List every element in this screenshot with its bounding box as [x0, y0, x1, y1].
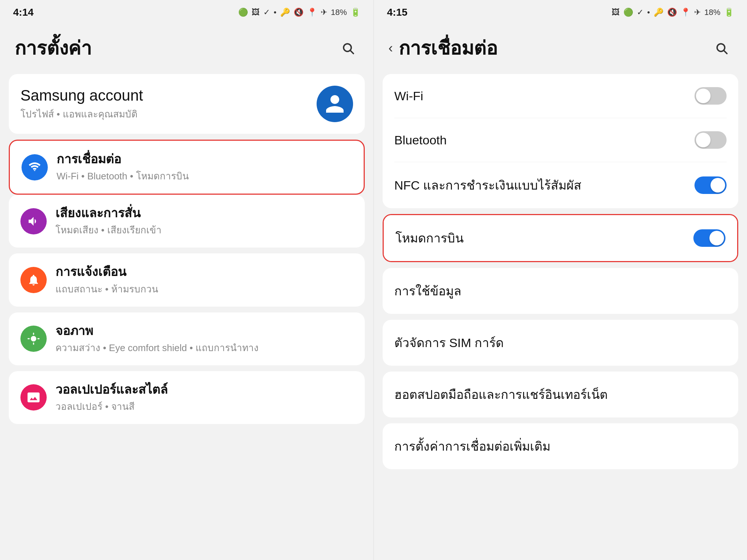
wifi-label: Wi-Fi	[394, 89, 423, 103]
r-lock-icon: 🔑	[654, 8, 663, 17]
right-panel: 4:15 🖼 🟢 ✓ • 🔑 🔇 📍 ✈ 18% 🔋 ‹ การเชื่อมต่…	[374, 0, 747, 560]
left-page-title: การตั้งค่า	[15, 33, 92, 63]
data-usage-item[interactable]: การใช้ข้อมูล	[383, 268, 738, 314]
svg-line-3	[724, 50, 727, 53]
r-check-icon: ✓	[637, 8, 643, 17]
r-battery-icon: 🔋	[724, 8, 734, 17]
nfc-toggle-knob	[711, 178, 725, 192]
display-title: จอภาพ	[55, 323, 353, 339]
right-status-icons: 🖼 🟢 ✓ • 🔑 🔇 📍 ✈ 18% 🔋	[612, 8, 734, 17]
more-connection-card[interactable]: การตั้งค่าการเชื่อมต่อเพิ่มเติม	[383, 423, 738, 469]
connections-item[interactable]: การเชื่อมต่อ Wi-Fi • Bluetooth • โหมดการ…	[9, 140, 365, 195]
bluetooth-toggle[interactable]	[694, 131, 727, 149]
wallpaper-item[interactable]: วอลเปเปอร์และสไตล์ วอลเปเปอร์ • จานสี	[9, 371, 365, 424]
more-connection-item[interactable]: การตั้งค่าการเชื่อมต่อเพิ่มเติม	[383, 423, 738, 469]
sounds-title: เสียงและการสั่น	[55, 205, 353, 221]
connections-text: การเชื่อมต่อ Wi-Fi • Bluetooth • โหมดการ…	[57, 151, 352, 183]
bluetooth-item[interactable]: Bluetooth	[383, 118, 738, 162]
wifi-toggle-knob	[696, 89, 711, 103]
sim-manager-label: ตัวจัดการ SIM การ์ด	[394, 333, 504, 353]
connections-subtitle: Wi-Fi • Bluetooth • โหมดการบิน	[57, 168, 352, 183]
samsung-account-title: Samsung account	[20, 87, 143, 104]
check-icon: ✓	[263, 8, 270, 17]
bluetooth-toggle-knob	[696, 133, 711, 147]
display-icon	[20, 326, 47, 352]
samsung-account-text: Samsung account โปรไฟส์ • แอพและคุณสมบัต…	[20, 87, 143, 121]
wallpaper-title: วอลเปเปอร์และสไตล์	[55, 381, 353, 397]
lock-icon: 🔑	[280, 8, 290, 17]
airplane-icon: ✈	[321, 8, 327, 17]
wifi-toggle[interactable]	[694, 87, 727, 105]
top-connections-card: Wi-Fi Bluetooth NFC และการชำระเงินแบบไร้…	[383, 74, 738, 208]
location-icon: 📍	[307, 8, 317, 17]
back-button[interactable]: ‹	[388, 40, 393, 56]
left-status-bar: 4:14 🟢 🖼 ✓ • 🔑 🔇 📍 ✈ 18% 🔋	[0, 0, 374, 22]
connections-title: การเชื่อมต่อ	[57, 151, 352, 167]
left-search-button[interactable]	[337, 37, 359, 59]
nfc-toggle[interactable]	[694, 176, 727, 194]
airplane-label: โหมดการบิน	[395, 228, 464, 248]
left-time: 4:14	[13, 7, 34, 18]
notifications-subtitle: แถบสถานะ • ห้ามรบกวน	[55, 281, 353, 296]
wallpaper-icon	[20, 384, 47, 411]
left-panel: 4:14 🟢 🖼 ✓ • 🔑 🔇 📍 ✈ 18% 🔋 การตั้งค่า	[0, 0, 374, 560]
right-header-back: ‹ การเชื่อมต่อ	[388, 33, 498, 63]
line-icon: 🟢	[238, 8, 248, 17]
notifications-card[interactable]: การแจ้งเตือน แถบสถานะ • ห้ามรบกวน	[9, 253, 365, 306]
bluetooth-label: Bluetooth	[394, 133, 447, 147]
display-subtitle: ความสว่าง • Eye comfort shield • แถบการน…	[55, 340, 353, 355]
nfc-item[interactable]: NFC และการชำระเงินแบบไร้สัมผัส	[383, 162, 738, 208]
sounds-item[interactable]: เสียงและการสั่น โหมดเสียง • เสียงเรียกเข…	[9, 195, 365, 248]
airplane-mode-row[interactable]: โหมดการบิน	[383, 214, 738, 262]
hotspot-item[interactable]: ฮอตสปอตมือถือและการแชร์อินเทอร์เน็ต	[383, 372, 738, 417]
r-airplane-icon: ✈	[694, 8, 701, 17]
wallpaper-subtitle: วอลเปเปอร์ • จานสี	[55, 399, 353, 414]
r-location-icon: 📍	[681, 8, 690, 17]
hotspot-label: ฮอตสปอตมือถือและการแชร์อินเทอร์เน็ต	[394, 385, 608, 404]
right-header: ‹ การเชื่อมต่อ	[374, 22, 747, 70]
wifi-item[interactable]: Wi-Fi	[383, 74, 738, 118]
mute-icon: 🔇	[294, 8, 303, 17]
r-dot-icon: •	[647, 8, 650, 17]
r-image-icon: 🖼	[612, 8, 620, 17]
notifications-item[interactable]: การแจ้งเตือน แถบสถานะ • ห้ามรบกวน	[9, 253, 365, 306]
battery-icon: 🔋	[351, 8, 360, 17]
left-header: การตั้งค่า	[0, 22, 374, 70]
sounds-card[interactable]: เสียงและการสั่น โหมดเสียง • เสียงเรียกเข…	[9, 195, 365, 248]
samsung-account-subtitle: โปรไฟส์ • แอพและคุณสมบัติ	[20, 106, 143, 121]
wallpaper-text: วอลเปเปอร์และสไตล์ วอลเปเปอร์ • จานสี	[55, 381, 353, 414]
notifications-text: การแจ้งเตือน แถบสถานะ • ห้ามรบกวน	[55, 264, 353, 296]
right-page-title: การเชื่อมต่อ	[399, 33, 498, 63]
hotspot-card[interactable]: ฮอตสปอตมือถือและการแชร์อินเทอร์เน็ต	[383, 372, 738, 417]
image-icon: 🖼	[252, 8, 260, 17]
right-status-bar: 4:15 🖼 🟢 ✓ • 🔑 🔇 📍 ✈ 18% 🔋	[374, 0, 747, 22]
sounds-subtitle: โหมดเสียง • เสียงเรียกเข้า	[55, 222, 353, 237]
connections-icon	[22, 154, 48, 180]
samsung-account-card[interactable]: Samsung account โปรไฟส์ • แอพและคุณสมบัต…	[9, 74, 365, 134]
dot-icon: •	[274, 8, 276, 17]
sim-manager-item[interactable]: ตัวจัดการ SIM การ์ด	[383, 320, 738, 366]
airplane-item[interactable]: โหมดการบิน	[384, 215, 737, 261]
left-battery: 18%	[331, 8, 347, 17]
right-battery: 18%	[704, 8, 720, 17]
left-status-icons: 🟢 🖼 ✓ • 🔑 🔇 📍 ✈ 18% 🔋	[238, 8, 360, 17]
right-content: Wi-Fi Bluetooth NFC และการชำระเงินแบบไร้…	[374, 70, 747, 560]
right-time: 4:15	[387, 7, 407, 18]
notifications-icon	[20, 267, 47, 293]
airplane-toggle-knob	[709, 231, 724, 245]
left-content: Samsung account โปรไฟส์ • แอพและคุณสมบัต…	[0, 70, 374, 560]
airplane-toggle[interactable]	[693, 229, 725, 247]
wallpaper-card[interactable]: วอลเปเปอร์และสไตล์ วอลเปเปอร์ • จานสี	[9, 371, 365, 424]
sounds-text: เสียงและการสั่น โหมดเสียง • เสียงเรียกเข…	[55, 205, 353, 237]
samsung-avatar	[317, 86, 353, 122]
data-usage-label: การใช้ข้อมูล	[394, 281, 461, 301]
r-mute-icon: 🔇	[667, 8, 677, 17]
display-text: จอภาพ ความสว่าง • Eye comfort shield • แ…	[55, 323, 353, 355]
data-usage-card[interactable]: การใช้ข้อมูล	[383, 268, 738, 314]
sim-manager-card[interactable]: ตัวจัดการ SIM การ์ด	[383, 320, 738, 366]
right-search-button[interactable]	[711, 37, 732, 59]
display-item[interactable]: จอภาพ ความสว่าง • Eye comfort shield • แ…	[9, 312, 365, 365]
svg-line-1	[351, 50, 353, 53]
sounds-icon	[20, 208, 47, 234]
display-card[interactable]: จอภาพ ความสว่าง • Eye comfort shield • แ…	[9, 312, 365, 365]
